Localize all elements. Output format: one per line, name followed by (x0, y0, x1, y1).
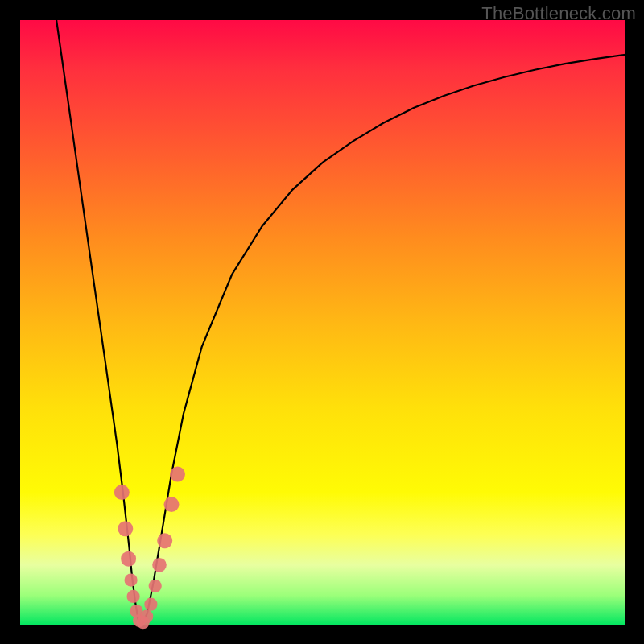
watermark-text: TheBottleneck.com (481, 3, 636, 24)
chart-frame: TheBottleneck.com (0, 0, 644, 644)
curve-marker (170, 467, 185, 482)
curve-marker (152, 558, 167, 572)
curve-marker (157, 533, 172, 548)
bottleneck-curve (56, 20, 625, 625)
curve-marker (140, 610, 153, 623)
curve-markers (114, 467, 185, 630)
curve-marker (114, 485, 130, 500)
curve-marker (144, 598, 157, 611)
curve-marker (127, 590, 140, 603)
curve-marker (164, 497, 180, 512)
chart-svg (20, 20, 625, 625)
curve-marker (125, 574, 138, 587)
curve-marker (121, 551, 136, 567)
curve-marker (149, 580, 162, 592)
curve-marker (118, 521, 133, 536)
chart-plot-area (20, 20, 625, 625)
